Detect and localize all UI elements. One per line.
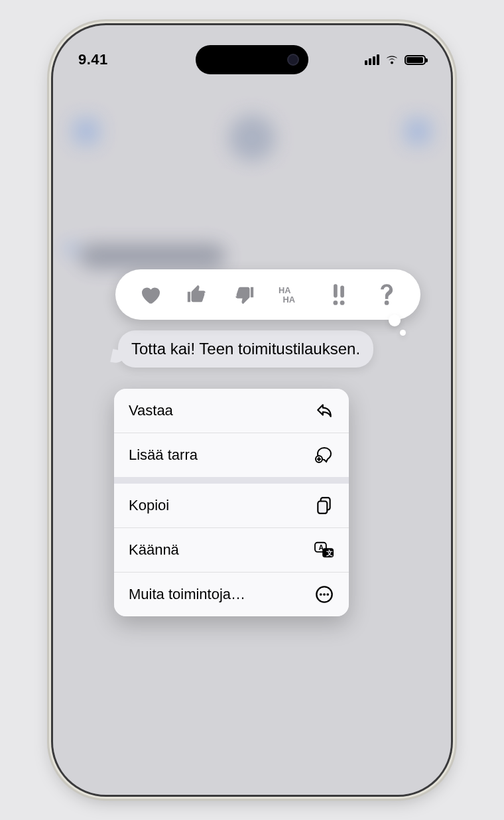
battery-icon — [405, 55, 426, 65]
svg-text:文: 文 — [326, 549, 333, 557]
svg-text:HA: HA — [283, 295, 294, 305]
tapback-thumbs-up[interactable] — [180, 277, 214, 312]
tapback-heart[interactable] — [133, 277, 167, 312]
message-bubble[interactable]: Totta kai! Teen toimitustilauksen. — [118, 330, 373, 368]
menu-translate[interactable]: Käännä A 文 — [114, 527, 349, 572]
wifi-icon — [385, 54, 399, 65]
menu-sticker-label: Lisää tarra — [129, 446, 198, 464]
cellular-icon — [365, 54, 379, 65]
svg-point-16 — [326, 593, 329, 596]
message-text: Totta kai! Teen toimitustilauksen. — [131, 340, 360, 358]
menu-add-sticker[interactable]: Lisää tarra — [114, 433, 349, 477]
sticker-icon — [314, 445, 334, 465]
svg-rect-8 — [318, 502, 327, 513]
menu-copy[interactable]: Kopioi — [114, 484, 349, 527]
svg-point-14 — [320, 593, 322, 596]
svg-rect-2 — [334, 284, 338, 297]
svg-point-3 — [333, 301, 338, 305]
tapback-question[interactable] — [369, 277, 403, 312]
context-menu: Vastaa Lisää tarra Kopioi Käännä — [114, 389, 349, 616]
status-time: 9.41 — [78, 51, 108, 68]
reply-icon — [314, 401, 334, 421]
menu-copy-label: Kopioi — [129, 497, 169, 514]
svg-rect-4 — [340, 285, 344, 297]
more-icon — [314, 584, 334, 604]
copy-icon — [314, 496, 334, 515]
menu-translate-label: Käännä — [129, 541, 179, 559]
svg-text:HA: HA — [279, 285, 290, 295]
tapback-exclaim[interactable] — [322, 277, 356, 312]
menu-reply-label: Vastaa — [129, 402, 173, 419]
translate-icon: A 文 — [314, 540, 334, 560]
svg-point-15 — [323, 593, 326, 596]
tapback-thumbs-down[interactable] — [227, 277, 261, 312]
menu-more[interactable]: Muita toimintoja… — [114, 572, 349, 616]
tapback-haha[interactable]: HA HA — [275, 277, 309, 312]
menu-separator — [114, 477, 349, 484]
menu-reply[interactable]: Vastaa — [114, 389, 349, 433]
tapback-bar: HA HA — [115, 269, 420, 320]
menu-more-label: Muita toimintoja… — [129, 586, 245, 603]
svg-point-5 — [340, 301, 345, 305]
iphone-frame: 9.41 HA HA — [53, 25, 451, 795]
dynamic-island — [196, 45, 308, 74]
